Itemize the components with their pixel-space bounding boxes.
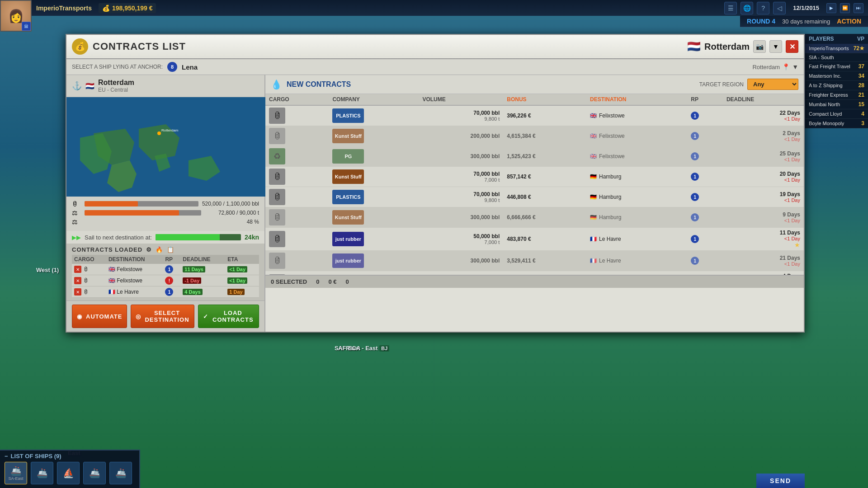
africa-east-label: AFRICA - East BJ: [338, 345, 389, 352]
menu-btn[interactable]: ☰: [724, 2, 737, 14]
target-region-select[interactable]: Any EU - Central EU - North Americas Asi…: [747, 79, 798, 90]
ship-dropdown[interactable]: Rotterdam 📍 ▼: [752, 63, 798, 70]
ship-thumb-5[interactable]: 🚢: [109, 462, 132, 484]
nav-btn[interactable]: ◁: [773, 2, 786, 14]
nrow3-company: PG: [329, 146, 419, 167]
ship-list-label: LIST OF SHIPS (9): [11, 453, 61, 460]
new-contracts-header: 💧 NEW CONTRACTS TARGET REGION Any EU - C…: [265, 75, 804, 94]
nrow9-dest: 🇫🇷 Le Havre: [586, 271, 687, 275]
nrow7-volume: 50,000 bbl 7,000 t: [419, 228, 503, 251]
location-region: EU - Central: [98, 87, 134, 93]
new-contract-row-2[interactable]: 🛢 Kunst Stuff 200,000 bbl 4,615,384 € 🇬🇧…: [265, 126, 804, 146]
nrow8-company: just rubber: [329, 251, 419, 271]
new-contract-row-4[interactable]: 🛢 Kunst Stuff 70,000 bbl 7,000 t 857,142…: [265, 167, 804, 187]
globe-btn[interactable]: 🌐: [741, 2, 753, 14]
player-row-7: Mumbai North 15: [805, 100, 868, 109]
ship-thumb-1[interactable]: 🚢SA-East: [5, 462, 27, 484]
player-icon: 🏛: [22, 22, 31, 31]
players-sidebar: PLAYERS VP ImperioTransports 72★ SIA - S…: [805, 34, 868, 128]
nrow6-volume: 300,000 bbl: [419, 207, 503, 228]
row3-eta: 1 Day: [225, 286, 259, 298]
company-name: ImperioTransports: [36, 5, 92, 12]
company-logo-8: just rubber: [332, 253, 364, 268]
deadline-days-6: 9 Days: [726, 211, 800, 218]
company-logo-6: Kunst Stuff: [332, 210, 364, 225]
player-6-name: Freighter Express: [809, 92, 848, 98]
row2-dest: 🇬🇧 Felixstowe: [106, 275, 163, 286]
new-contract-row-7[interactable]: 🛢 just rubber 50,000 bbl 7,000 t 483,870…: [265, 228, 804, 251]
top-bar: 👩 🏛 ImperioTransports 💰 198,950,199 € ☰ …: [0, 0, 868, 16]
cargo-barrel-6: 🛢: [269, 209, 285, 225]
new-contracts-tbody: 🛢 PLASTICS 70,000 bbl 9,800 t 396,226 € …: [265, 105, 804, 275]
deadline-sub-4: <1 Day: [726, 177, 800, 183]
dropdown-arrow[interactable]: ▼: [792, 63, 798, 70]
new-contract-row-1[interactable]: 🛢 PLASTICS 70,000 bbl 9,800 t 396,226 € …: [265, 105, 804, 126]
close-btn[interactable]: ✕: [786, 40, 798, 53]
svg-text:Rotterdam: Rotterdam: [161, 128, 179, 132]
dest-cell-3: 🇬🇧 Felixstowe: [590, 153, 684, 160]
load-contracts-button[interactable]: ✓ LOAD CONTRACTS: [198, 305, 259, 328]
ff-btn[interactable]: ⏩: [840, 3, 850, 13]
deadline-sub-6: <1 Day: [726, 218, 800, 223]
ship-thumb-3[interactable]: ⛵: [57, 462, 80, 484]
round-label: ROUND 4: [747, 18, 775, 25]
player-me-name: ImperioTransports: [809, 46, 849, 51]
money-value: 198,950,199 €: [112, 5, 153, 12]
new-contracts-list: CARGO COMPANY VOLUME BONUS DESTINATION R…: [265, 94, 804, 275]
nrow1-cargo: 🛢: [265, 105, 329, 126]
new-contract-row-6[interactable]: 🛢 Kunst Stuff 300,000 bbl 6,666,666 € 🇩🇪…: [265, 207, 804, 228]
play-btn[interactable]: ▶: [826, 3, 836, 13]
contracts-dialog: 💰 CONTRACTS LIST 🇳🇱 Rotterdam 📷 ▼ ✕ SELE…: [66, 34, 805, 333]
cargo-barrel-1: 🛢: [269, 108, 285, 124]
row1-dest: 🇬🇧 Felixstowe: [106, 264, 163, 275]
nrow9-company: just rubber: [329, 271, 419, 275]
remove-btn-1[interactable]: ✕: [74, 266, 81, 273]
fff-btn[interactable]: ⏭: [854, 3, 863, 13]
nrow1-rp: 1: [687, 105, 723, 126]
dest-name-8: Le Havre: [599, 258, 621, 264]
send-button[interactable]: SEND: [756, 474, 805, 488]
svg-point-15: [157, 131, 161, 135]
nrow8-dest: 🇫🇷 Le Havre: [586, 251, 687, 271]
contracts-loaded-section: CONTRACTS LOADED ⚙ 🔥 📋 CARGO DESTINATION…: [66, 244, 264, 300]
nrow3-dest: 🇬🇧 Felixstowe: [586, 146, 687, 167]
nrow6-cargo: 🛢: [265, 207, 329, 228]
nrow4-deadline: 20 Days <1 Day: [723, 167, 804, 187]
player-5-vp: 28: [859, 82, 864, 89]
row3-rp: 1: [163, 286, 180, 298]
cargo-icon-3: 🛢: [83, 289, 89, 295]
camera-btn[interactable]: 📷: [753, 40, 766, 53]
minus-icon[interactable]: −: [5, 453, 8, 460]
select-destination-button[interactable]: ◎ SELECT DESTINATION: [131, 305, 194, 328]
nrow2-dest: 🇬🇧 Felixstowe: [586, 126, 687, 146]
new-contract-row-9[interactable]: 🛢 just rubber 10,000 bbl 1,400 t 176,470…: [265, 271, 804, 275]
ship-selector-row: SELECT A SHIP LYING AT ANCHOR: 8 Lena Ro…: [66, 59, 804, 75]
dialog-title-icon: 💰: [72, 38, 88, 55]
help-btn[interactable]: ?: [757, 2, 769, 14]
col-eta: ETA: [225, 255, 259, 264]
chevron-btn[interactable]: ▼: [769, 40, 782, 53]
nrow9-bonus: 176,470 €: [503, 271, 586, 275]
automate-button[interactable]: ◉ AUTOMATE: [72, 305, 127, 328]
remove-btn-3[interactable]: ✕: [74, 288, 81, 296]
sail-label: Sail to next destination at:: [85, 234, 152, 241]
summary-count: 0: [316, 278, 319, 285]
new-contract-row-8[interactable]: 🛢 just rubber 300,000 bbl 3,529,411 € 🇫🇷…: [265, 251, 804, 271]
nrow8-cargo: 🛢: [265, 251, 329, 271]
new-contracts-table: CARGO COMPANY VOLUME BONUS DESTINATION R…: [265, 94, 804, 275]
new-contract-row-5[interactable]: 🛢 PLASTICS 70,000 bbl 9,800 t 446,808 € …: [265, 187, 804, 207]
vol-bbl-7: 50,000 bbl: [422, 233, 500, 239]
loaded-row-2: ✕ 🛢 🇬🇧 Felixstowe ! -1 Day <1 Day: [72, 275, 259, 286]
player-8-vp: 4: [861, 111, 864, 117]
ship-thumb-2[interactable]: 🚢: [31, 462, 53, 484]
money-display: 💰 198,950,199 €: [99, 3, 156, 13]
nrow1-volume: 70,000 bbl 9,800 t: [419, 105, 503, 126]
ship-thumb-4[interactable]: 🚢: [83, 462, 106, 484]
new-contract-row-3[interactable]: ♻ PG 300,000 bbl 1,525,423 € 🇬🇧 Felixsto…: [265, 146, 804, 167]
remove-btn-2[interactable]: ✕: [74, 277, 81, 284]
contracts-loaded-title: CONTRACTS LOADED: [72, 246, 142, 253]
nrow7-rp: 1: [687, 228, 723, 251]
nrow2-bonus: 4,615,384 €: [503, 126, 586, 146]
player-row-2: SIA - South: [805, 53, 868, 62]
dest-name-5: Hamburg: [599, 194, 621, 200]
